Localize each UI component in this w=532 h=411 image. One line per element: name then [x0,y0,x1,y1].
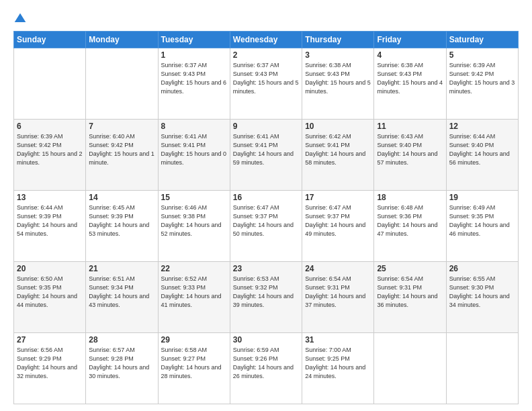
calendar-cell: 5Sunrise: 6:39 AM Sunset: 9:42 PM Daylig… [446,48,518,120]
calendar-cell: 4Sunrise: 6:38 AM Sunset: 9:43 PM Daylig… [374,48,446,120]
week-row-5: 27Sunrise: 6:56 AM Sunset: 9:29 PM Dayli… [14,333,519,404]
day-number: 13 [17,193,83,202]
cell-info: Sunrise: 6:39 AM Sunset: 9:42 PM Dayligh… [17,132,83,167]
cell-info: Sunrise: 6:54 AM Sunset: 9:31 PM Dayligh… [377,275,443,310]
calendar-cell: 24Sunrise: 6:54 AM Sunset: 9:31 PM Dayli… [302,262,374,333]
calendar-cell: 20Sunrise: 6:50 AM Sunset: 9:35 PM Dayli… [14,262,86,333]
calendar-cell: 23Sunrise: 6:53 AM Sunset: 9:32 PM Dayli… [230,262,302,333]
day-number: 18 [377,193,443,202]
day-number: 27 [17,335,83,345]
calendar-cell: 21Sunrise: 6:51 AM Sunset: 9:34 PM Dayli… [86,262,158,333]
calendar-cell: 2Sunrise: 6:37 AM Sunset: 9:43 PM Daylig… [230,48,302,120]
day-number: 7 [89,122,154,131]
calendar-cell: 25Sunrise: 6:54 AM Sunset: 9:31 PM Dayli… [374,262,446,333]
day-number: 19 [449,193,515,202]
day-number: 8 [161,122,227,131]
day-number: 31 [305,335,371,345]
day-number: 15 [161,193,227,202]
calendar-cell: 16Sunrise: 6:47 AM Sunset: 9:37 PM Dayli… [230,191,302,262]
cell-info: Sunrise: 6:57 AM Sunset: 9:28 PM Dayligh… [89,346,154,381]
day-number: 10 [305,122,371,131]
logo [13,11,28,26]
logo-icon [13,12,27,26]
weekday-header-friday: Friday [374,32,446,48]
header [13,11,519,26]
calendar-cell: 22Sunrise: 6:52 AM Sunset: 9:33 PM Dayli… [158,262,230,333]
day-number: 3 [305,50,371,60]
week-row-2: 6Sunrise: 6:39 AM Sunset: 9:42 PM Daylig… [14,120,519,191]
day-number: 1 [161,50,227,60]
weekday-header-saturday: Saturday [446,32,518,48]
calendar-cell: 1Sunrise: 6:37 AM Sunset: 9:43 PM Daylig… [158,48,230,120]
weekday-header-thursday: Thursday [302,32,374,48]
cell-info: Sunrise: 6:47 AM Sunset: 9:37 PM Dayligh… [305,203,371,238]
calendar-cell [86,48,158,120]
calendar-cell [374,333,446,404]
day-number: 6 [17,122,83,131]
calendar-cell: 10Sunrise: 6:42 AM Sunset: 9:41 PM Dayli… [302,120,374,191]
day-number: 22 [161,264,227,273]
cell-info: Sunrise: 6:38 AM Sunset: 9:43 PM Dayligh… [377,61,443,96]
calendar-cell [14,48,86,120]
calendar-cell: 9Sunrise: 6:41 AM Sunset: 9:41 PM Daylig… [230,120,302,191]
weekday-header-sunday: Sunday [14,32,86,48]
cell-info: Sunrise: 6:43 AM Sunset: 9:40 PM Dayligh… [377,132,443,167]
day-number: 30 [233,335,299,345]
cell-info: Sunrise: 6:56 AM Sunset: 9:29 PM Dayligh… [17,346,83,381]
cell-info: Sunrise: 6:49 AM Sunset: 9:35 PM Dayligh… [449,203,515,238]
calendar-cell: 26Sunrise: 6:55 AM Sunset: 9:30 PM Dayli… [446,262,518,333]
day-number: 21 [89,264,154,273]
day-number: 4 [377,50,443,60]
calendar-cell [446,333,518,404]
day-number: 28 [89,335,154,345]
day-number: 23 [233,264,299,273]
calendar-cell: 13Sunrise: 6:44 AM Sunset: 9:39 PM Dayli… [14,191,86,262]
day-number: 16 [233,193,299,202]
calendar-cell: 8Sunrise: 6:41 AM Sunset: 9:41 PM Daylig… [158,120,230,191]
cell-info: Sunrise: 6:50 AM Sunset: 9:35 PM Dayligh… [17,275,83,310]
calendar-cell: 19Sunrise: 6:49 AM Sunset: 9:35 PM Dayli… [446,191,518,262]
day-number: 2 [233,50,299,60]
weekday-header-tuesday: Tuesday [158,32,230,48]
calendar-cell: 6Sunrise: 6:39 AM Sunset: 9:42 PM Daylig… [14,120,86,191]
day-number: 26 [449,264,515,273]
day-number: 17 [305,193,371,202]
cell-info: Sunrise: 6:39 AM Sunset: 9:42 PM Dayligh… [449,61,515,96]
calendar-cell: 29Sunrise: 6:58 AM Sunset: 9:27 PM Dayli… [158,333,230,404]
calendar-table: SundayMondayTuesdayWednesdayThursdayFrid… [13,31,519,404]
calendar-cell: 7Sunrise: 6:40 AM Sunset: 9:42 PM Daylig… [86,120,158,191]
day-number: 20 [17,264,83,273]
cell-info: Sunrise: 6:37 AM Sunset: 9:43 PM Dayligh… [233,61,299,96]
week-row-4: 20Sunrise: 6:50 AM Sunset: 9:35 PM Dayli… [14,262,519,333]
week-row-3: 13Sunrise: 6:44 AM Sunset: 9:39 PM Dayli… [14,191,519,262]
cell-info: Sunrise: 6:51 AM Sunset: 9:34 PM Dayligh… [89,275,154,310]
cell-info: Sunrise: 6:37 AM Sunset: 9:43 PM Dayligh… [161,61,227,96]
cell-info: Sunrise: 6:58 AM Sunset: 9:27 PM Dayligh… [161,346,227,381]
cell-info: Sunrise: 6:42 AM Sunset: 9:41 PM Dayligh… [305,132,371,167]
calendar-cell: 3Sunrise: 6:38 AM Sunset: 9:43 PM Daylig… [302,48,374,120]
cell-info: Sunrise: 6:44 AM Sunset: 9:40 PM Dayligh… [449,132,515,167]
day-number: 29 [161,335,227,345]
page: SundayMondayTuesdayWednesdayThursdayFrid… [0,0,532,411]
cell-info: Sunrise: 6:44 AM Sunset: 9:39 PM Dayligh… [17,203,83,238]
cell-info: Sunrise: 6:48 AM Sunset: 9:36 PM Dayligh… [377,203,443,238]
day-number: 5 [449,50,515,60]
cell-info: Sunrise: 6:46 AM Sunset: 9:38 PM Dayligh… [161,203,227,238]
cell-info: Sunrise: 6:45 AM Sunset: 9:39 PM Dayligh… [89,203,154,238]
cell-info: Sunrise: 6:55 AM Sunset: 9:30 PM Dayligh… [449,275,515,310]
weekday-header-row: SundayMondayTuesdayWednesdayThursdayFrid… [14,32,519,48]
calendar-cell: 11Sunrise: 6:43 AM Sunset: 9:40 PM Dayli… [374,120,446,191]
cell-info: Sunrise: 6:52 AM Sunset: 9:33 PM Dayligh… [161,275,227,310]
day-number: 14 [89,193,154,202]
svg-marker-0 [15,13,26,22]
calendar-cell: 17Sunrise: 6:47 AM Sunset: 9:37 PM Dayli… [302,191,374,262]
cell-info: Sunrise: 7:00 AM Sunset: 9:25 PM Dayligh… [305,346,371,381]
cell-info: Sunrise: 6:47 AM Sunset: 9:37 PM Dayligh… [233,203,299,238]
cell-info: Sunrise: 6:41 AM Sunset: 9:41 PM Dayligh… [161,132,227,167]
cell-info: Sunrise: 6:40 AM Sunset: 9:42 PM Dayligh… [89,132,154,167]
week-row-1: 1Sunrise: 6:37 AM Sunset: 9:43 PM Daylig… [14,48,519,120]
calendar-cell: 12Sunrise: 6:44 AM Sunset: 9:40 PM Dayli… [446,120,518,191]
cell-info: Sunrise: 6:38 AM Sunset: 9:43 PM Dayligh… [305,61,371,96]
day-number: 25 [377,264,443,273]
weekday-header-monday: Monday [86,32,158,48]
